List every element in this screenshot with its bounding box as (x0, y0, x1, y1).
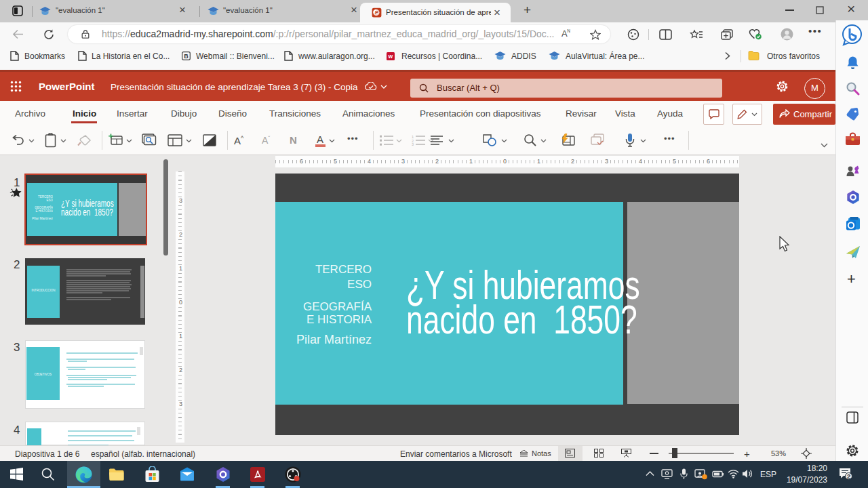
svg-text:B: B (184, 53, 189, 60)
svg-text:P: P (375, 9, 378, 16)
svg-text:3: 3 (412, 142, 414, 146)
svg-text:2: 2 (847, 472, 850, 480)
svg-text:w: w (388, 53, 393, 60)
